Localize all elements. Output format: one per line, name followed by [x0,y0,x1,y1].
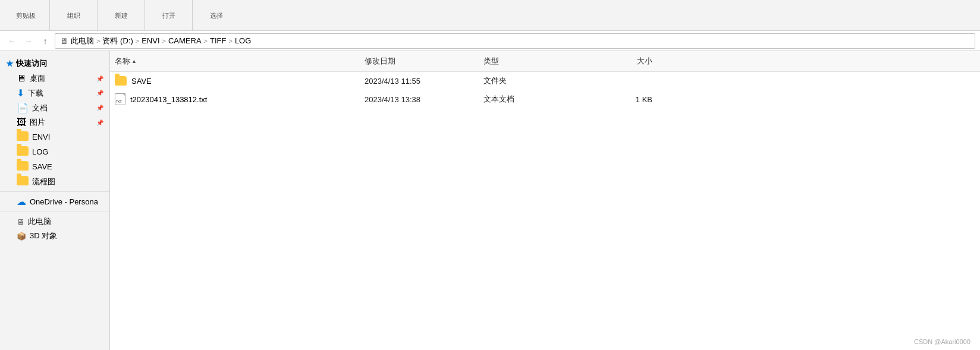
sidebar-pictures-label: 图片 [30,117,45,128]
sidebar-item-documents[interactable]: 📄 文档 📌 [0,100,109,115]
file-row-save[interactable]: SAVE 2023/4/13 11:55 文件夹 [110,72,980,90]
sidebar-item-log[interactable]: LOG [0,144,109,159]
quick-access-header[interactable]: ★ 快速访问 [0,56,109,71]
sidebar-thispc-label: 此电脑 [28,216,51,227]
sidebar-item-envi[interactable]: ENVI [0,130,109,144]
open-label: 打开 [162,11,175,20]
sidebar-3dobjects-label: 3D 对象 [30,231,57,241]
pictures-icon: 🖼 [17,117,26,128]
toolbar-group-new: 新建 [98,0,145,30]
sidebar-item-flowchart[interactable]: 流程图 [0,174,109,189]
clipboard-label: 剪贴板 [16,11,36,20]
pin-icon-documents: 📌 [96,105,103,111]
sidebar-item-pictures[interactable]: 🖼 图片 📌 [0,115,109,130]
txt-size: 1 KB [586,93,657,106]
sidebar-item-thispc[interactable]: 🖥 此电脑 [0,215,109,229]
back-button[interactable]: ← [5,34,19,48]
pc-icon: 🖥 [60,36,68,46]
pin-icon-pictures: 📌 [96,119,103,126]
file-name-txt: t20230413_133812.txt [110,91,360,108]
quick-access-label: 快速访问 [16,58,47,69]
col-header-size[interactable]: 大小 [586,53,657,69]
flowchart-folder-icon [17,176,29,187]
col-header-type[interactable]: 类型 [479,53,586,69]
sort-up-icon: ▲ [131,58,137,64]
save-folder-icon [17,161,29,172]
sidebar-onedrive-label: OneDrive - Persona [30,197,98,206]
sidebar-item-3dobjects[interactable]: 📦 3D 对象 [0,229,109,243]
breadcrumb-item-tiff[interactable]: TIFF [210,36,226,45]
txt-file-icon [115,93,125,105]
file-row-txt[interactable]: t20230413_133812.txt 2023/4/13 13:38 文本文… [110,90,980,109]
breadcrumb-item-ddrive[interactable]: 资料 (D:) [102,36,133,46]
forward-button[interactable]: → [21,34,36,48]
sidebar-divider-1 [0,191,109,192]
sidebar: ★ 快速访问 🖥 桌面 📌 ⬇ 下载 📌 📄 文档 📌 🖼 图片 📌 [0,51,110,350]
star-icon: ★ [6,59,14,68]
organize-label: 组织 [67,11,80,20]
sidebar-save-label: SAVE [32,162,52,171]
documents-icon: 📄 [17,102,29,113]
sidebar-item-desktop[interactable]: 🖥 桌面 📌 [0,71,109,86]
col-header-date[interactable]: 修改日期 [360,53,479,69]
sidebar-item-onedrive[interactable]: ☁ OneDrive - Persona [0,194,109,209]
sidebar-divider-2 [0,212,109,212]
sidebar-item-save[interactable]: SAVE [0,159,109,174]
address-bar: ← → ↑ 🖥 此电脑 > 资料 (D:) > ENVI > CAMERA > … [0,31,980,51]
file-list-header: 名称 ▲ 修改日期 类型 大小 [110,51,980,72]
sidebar-documents-label: 文档 [32,103,48,113]
downloads-icon: ⬇ [17,87,24,99]
txt-type: 文本文档 [479,92,586,107]
breadcrumb[interactable]: 🖥 此电脑 > 资料 (D:) > ENVI > CAMERA > TIFF >… [55,33,975,49]
save-type: 文件夹 [479,73,586,89]
toolbar-group-organize: 组织 [50,0,98,30]
new-label: 新建 [115,11,128,20]
sidebar-item-downloads[interactable]: ⬇ 下载 📌 [0,86,109,100]
breadcrumb-item-thispc[interactable]: 此电脑 [71,36,94,46]
sidebar-desktop-label: 桌面 [30,73,45,84]
envi-folder-icon [17,131,29,143]
breadcrumb-item-camera[interactable]: CAMERA [168,36,202,45]
onedrive-icon: ☁ [17,196,26,207]
file-name-save: SAVE [110,74,360,88]
sidebar-flowchart-label: 流程图 [32,176,55,187]
log-folder-icon [17,146,29,157]
thispc-icon: 🖥 [17,217,24,226]
txt-date: 2023/4/13 13:38 [360,93,479,106]
file-area: 名称 ▲ 修改日期 类型 大小 SAVE 2023/4/13 11:55 文件夹… [110,51,980,350]
sidebar-log-label: LOG [32,147,48,156]
breadcrumb-item-envi[interactable]: ENVI [142,36,159,45]
toolbar-group-clipboard: 剪贴板 [2,0,50,30]
sidebar-downloads-label: 下载 [28,88,43,99]
toolbar-group-select: 选择 [193,0,240,30]
breadcrumb-item-log[interactable]: LOG [235,36,251,45]
toolbar: 剪贴板 组织 新建 打开 选择 [0,0,980,31]
watermark: CSDN @Akari0000 [914,338,970,345]
save-name-label: SAVE [131,77,152,86]
save-date: 2023/4/13 11:55 [360,74,479,88]
sidebar-envi-label: ENVI [32,133,50,141]
save-folder-file-icon [115,76,127,86]
col-header-name[interactable]: 名称 ▲ [110,53,360,69]
main-container: ★ 快速访问 🖥 桌面 📌 ⬇ 下载 📌 📄 文档 📌 🖼 图片 📌 [0,51,980,350]
txt-name-label: t20230413_133812.txt [130,95,207,104]
pin-icon-desktop: 📌 [96,75,103,82]
desktop-folder-icon: 🖥 [17,73,26,84]
save-size [586,78,657,83]
toolbar-group-open: 打开 [145,0,193,30]
select-label: 选择 [210,11,223,20]
up-button[interactable]: ↑ [38,34,52,48]
3dobjects-icon: 📦 [17,232,26,241]
pin-icon-downloads: 📌 [96,90,103,96]
